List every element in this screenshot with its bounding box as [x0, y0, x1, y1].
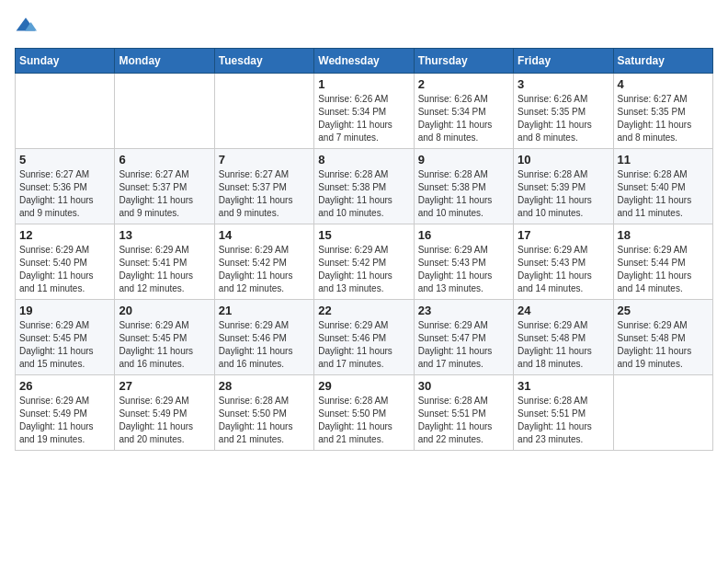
day-number: 13 [119, 228, 210, 242]
calendar-cell [115, 74, 214, 149]
calendar-cell: 30Sunrise: 6:28 AM Sunset: 5:51 PM Dayli… [414, 375, 513, 451]
day-number: 31 [518, 379, 609, 393]
calendar-cell [16, 74, 115, 149]
day-info: Sunrise: 6:28 AM Sunset: 5:38 PM Dayligh… [318, 168, 409, 220]
day-number: 24 [518, 304, 609, 317]
day-number: 8 [318, 153, 409, 167]
calendar-header-row: SundayMondayTuesdayWednesdayThursdayFrid… [16, 49, 713, 74]
day-info: Sunrise: 6:29 AM Sunset: 5:47 PM Dayligh… [418, 319, 509, 371]
day-info: Sunrise: 6:29 AM Sunset: 5:49 PM Dayligh… [119, 395, 210, 446]
day-info: Sunrise: 6:29 AM Sunset: 5:46 PM Dayligh… [318, 319, 409, 371]
day-info: Sunrise: 6:29 AM Sunset: 5:48 PM Dayligh… [618, 319, 709, 371]
logo [15, 15, 39, 37]
day-number: 15 [318, 228, 409, 242]
day-number: 7 [219, 153, 310, 167]
calendar-cell: 26Sunrise: 6:29 AM Sunset: 5:49 PM Dayli… [16, 375, 115, 451]
day-of-week-tuesday: Tuesday [214, 49, 313, 74]
calendar-cell: 23Sunrise: 6:29 AM Sunset: 5:47 PM Dayli… [414, 300, 513, 375]
day-info: Sunrise: 6:29 AM Sunset: 5:48 PM Dayligh… [518, 319, 609, 371]
day-info: Sunrise: 6:28 AM Sunset: 5:51 PM Dayligh… [418, 395, 509, 446]
day-info: Sunrise: 6:28 AM Sunset: 5:50 PM Dayligh… [318, 395, 409, 446]
calendar-cell: 31Sunrise: 6:28 AM Sunset: 5:51 PM Dayli… [514, 375, 613, 451]
day-info: Sunrise: 6:26 AM Sunset: 5:34 PM Dayligh… [318, 93, 409, 144]
calendar-table: SundayMondayTuesdayWednesdayThursdayFrid… [15, 48, 713, 451]
calendar-cell: 1Sunrise: 6:26 AM Sunset: 5:34 PM Daylig… [314, 74, 414, 149]
page-header [15, 15, 713, 37]
day-info: Sunrise: 6:29 AM Sunset: 5:49 PM Dayligh… [19, 395, 110, 446]
calendar-cell: 18Sunrise: 6:29 AM Sunset: 5:44 PM Dayli… [613, 224, 712, 300]
day-info: Sunrise: 6:29 AM Sunset: 5:40 PM Dayligh… [19, 244, 110, 295]
day-info: Sunrise: 6:28 AM Sunset: 5:38 PM Dayligh… [418, 168, 509, 220]
calendar-cell: 6Sunrise: 6:27 AM Sunset: 5:37 PM Daylig… [115, 149, 214, 224]
calendar-cell: 15Sunrise: 6:29 AM Sunset: 5:42 PM Dayli… [314, 224, 414, 300]
calendar-cell: 4Sunrise: 6:27 AM Sunset: 5:35 PM Daylig… [613, 74, 712, 149]
calendar-cell: 8Sunrise: 6:28 AM Sunset: 5:38 PM Daylig… [314, 149, 414, 224]
calendar-cell: 20Sunrise: 6:29 AM Sunset: 5:45 PM Dayli… [115, 300, 214, 375]
day-of-week-thursday: Thursday [414, 49, 513, 74]
day-number: 9 [418, 153, 509, 167]
day-number: 21 [219, 304, 310, 317]
day-info: Sunrise: 6:29 AM Sunset: 5:42 PM Dayligh… [219, 244, 310, 295]
calendar-cell: 27Sunrise: 6:29 AM Sunset: 5:49 PM Dayli… [115, 375, 214, 451]
day-info: Sunrise: 6:28 AM Sunset: 5:40 PM Dayligh… [618, 168, 709, 220]
calendar-week-row: 26Sunrise: 6:29 AM Sunset: 5:49 PM Dayli… [16, 375, 713, 451]
day-number: 12 [19, 228, 110, 242]
day-info: Sunrise: 6:29 AM Sunset: 5:41 PM Dayligh… [119, 244, 210, 295]
calendar-cell: 29Sunrise: 6:28 AM Sunset: 5:50 PM Dayli… [314, 375, 414, 451]
calendar-cell: 5Sunrise: 6:27 AM Sunset: 5:36 PM Daylig… [16, 149, 115, 224]
day-number: 29 [318, 379, 409, 393]
calendar-week-row: 12Sunrise: 6:29 AM Sunset: 5:40 PM Dayli… [16, 224, 713, 300]
calendar-cell: 22Sunrise: 6:29 AM Sunset: 5:46 PM Dayli… [314, 300, 414, 375]
day-number: 30 [418, 379, 509, 393]
calendar-cell: 25Sunrise: 6:29 AM Sunset: 5:48 PM Dayli… [613, 300, 712, 375]
calendar-cell: 17Sunrise: 6:29 AM Sunset: 5:43 PM Dayli… [514, 224, 613, 300]
day-info: Sunrise: 6:26 AM Sunset: 5:34 PM Dayligh… [418, 93, 509, 144]
calendar-cell: 10Sunrise: 6:28 AM Sunset: 5:39 PM Dayli… [514, 149, 613, 224]
day-of-week-friday: Friday [514, 49, 613, 74]
day-number: 26 [19, 379, 110, 393]
day-number: 14 [219, 228, 310, 242]
day-number: 28 [219, 379, 310, 393]
day-number: 6 [119, 153, 210, 167]
day-number: 20 [119, 304, 210, 317]
day-number: 5 [19, 153, 110, 167]
calendar-cell: 2Sunrise: 6:26 AM Sunset: 5:34 PM Daylig… [414, 74, 513, 149]
day-info: Sunrise: 6:29 AM Sunset: 5:45 PM Dayligh… [19, 319, 110, 371]
day-number: 16 [418, 228, 509, 242]
calendar-cell: 28Sunrise: 6:28 AM Sunset: 5:50 PM Dayli… [214, 375, 313, 451]
calendar-cell: 9Sunrise: 6:28 AM Sunset: 5:38 PM Daylig… [414, 149, 513, 224]
calendar-cell: 16Sunrise: 6:29 AM Sunset: 5:43 PM Dayli… [414, 224, 513, 300]
day-number: 22 [318, 304, 409, 317]
day-info: Sunrise: 6:29 AM Sunset: 5:44 PM Dayligh… [618, 244, 709, 295]
day-info: Sunrise: 6:29 AM Sunset: 5:42 PM Dayligh… [318, 244, 409, 295]
calendar-week-row: 1Sunrise: 6:26 AM Sunset: 5:34 PM Daylig… [16, 74, 713, 149]
day-number: 11 [618, 153, 709, 167]
day-info: Sunrise: 6:27 AM Sunset: 5:37 PM Dayligh… [119, 168, 210, 220]
calendar-cell [613, 375, 712, 451]
calendar-cell: 21Sunrise: 6:29 AM Sunset: 5:46 PM Dayli… [214, 300, 313, 375]
day-info: Sunrise: 6:27 AM Sunset: 5:35 PM Dayligh… [618, 93, 709, 144]
day-info: Sunrise: 6:27 AM Sunset: 5:36 PM Dayligh… [19, 168, 110, 220]
day-info: Sunrise: 6:26 AM Sunset: 5:35 PM Dayligh… [518, 93, 609, 144]
day-number: 23 [418, 304, 509, 317]
day-of-week-monday: Monday [115, 49, 214, 74]
day-info: Sunrise: 6:29 AM Sunset: 5:45 PM Dayligh… [119, 319, 210, 371]
day-info: Sunrise: 6:28 AM Sunset: 5:39 PM Dayligh… [518, 168, 609, 220]
day-info: Sunrise: 6:29 AM Sunset: 5:43 PM Dayligh… [418, 244, 509, 295]
logo-icon [15, 15, 37, 37]
calendar-cell: 3Sunrise: 6:26 AM Sunset: 5:35 PM Daylig… [514, 74, 613, 149]
calendar-cell: 19Sunrise: 6:29 AM Sunset: 5:45 PM Dayli… [16, 300, 115, 375]
day-info: Sunrise: 6:29 AM Sunset: 5:46 PM Dayligh… [219, 319, 310, 371]
day-of-week-saturday: Saturday [613, 49, 712, 74]
day-number: 3 [518, 77, 609, 91]
calendar-cell: 24Sunrise: 6:29 AM Sunset: 5:48 PM Dayli… [514, 300, 613, 375]
day-number: 10 [518, 153, 609, 167]
calendar-cell: 14Sunrise: 6:29 AM Sunset: 5:42 PM Dayli… [214, 224, 313, 300]
day-number: 19 [19, 304, 110, 317]
day-number: 27 [119, 379, 210, 393]
day-info: Sunrise: 6:27 AM Sunset: 5:37 PM Dayligh… [219, 168, 310, 220]
day-number: 25 [618, 304, 709, 317]
calendar-cell: 13Sunrise: 6:29 AM Sunset: 5:41 PM Dayli… [115, 224, 214, 300]
calendar-week-row: 5Sunrise: 6:27 AM Sunset: 5:36 PM Daylig… [16, 149, 713, 224]
day-info: Sunrise: 6:28 AM Sunset: 5:51 PM Dayligh… [518, 395, 609, 446]
